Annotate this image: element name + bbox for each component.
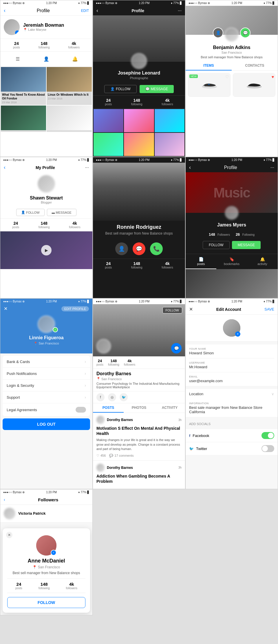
p6-follow-btn[interactable]: FOLLOW (203, 241, 230, 249)
p8-instagram-btn[interactable]: ◎ (108, 393, 116, 401)
p8-post-1-text: Making changes in your life is great and… (96, 438, 182, 451)
p1-user-icon[interactable]: 👤 (42, 55, 51, 63)
p2-photo-6[interactable] (155, 133, 184, 156)
p6-tab-posts[interactable]: 📄 posts (186, 254, 216, 269)
p2-photo-5[interactable] (124, 133, 154, 156)
p8-post-1-title: Motivation S Effect On Mental And Physic… (96, 426, 182, 436)
p9-username-value[interactable]: Mr.Howard (189, 365, 274, 372)
p2-photo-1[interactable] (94, 109, 123, 132)
modal-stat-followers: 4k followers (66, 582, 77, 590)
p9-facebook-toggle[interactable] (261, 432, 274, 439)
svg-point-4 (248, 86, 249, 86)
p6-message-btn[interactable]: MESSAGE (232, 241, 261, 249)
p1-grid-icon[interactable]: ☰ (13, 55, 22, 63)
p5-photo (93, 163, 185, 221)
p2-stat-posts: 24 posts (105, 98, 112, 106)
p8-post-1-avatar (96, 416, 105, 424)
p7-edit-btn[interactable]: EDIT PROFILE (61, 306, 89, 311)
p6-tab-activity[interactable]: 🔔 activity (247, 254, 278, 269)
p1-bell-icon[interactable]: 🔔 (71, 55, 79, 63)
p4-post-video[interactable]: ▶ (0, 231, 92, 269)
p2-name: Josephine Leonard (96, 70, 182, 76)
p2-follow-btn[interactable]: 👤 FOLLOW (104, 85, 137, 93)
p2-photo-3[interactable] (155, 109, 184, 132)
status-bar-7: ●●●○○ Bymax ⊕ 1:20 PM ♦ 77% ▊ (0, 299, 92, 304)
p6-more[interactable]: ··· (270, 165, 274, 170)
signal-8: ●●●○○ Bymax ⊕ (96, 300, 117, 303)
p7-legal-toggle[interactable] (76, 407, 86, 413)
p6-stats2: 148 Followers 26 Following (186, 230, 278, 239)
p9-email-value[interactable]: user@example.com (189, 379, 274, 386)
p8-comment-btn[interactable]: 💬 17 comments (109, 454, 133, 458)
p5-user-btn[interactable]: 👤 (115, 242, 128, 255)
p6-tab-bookmarks[interactable]: 🔖 bookmarks (216, 254, 247, 269)
p7-close-btn[interactable]: ✕ (4, 306, 8, 311)
p3-chat-icon: 💬 (240, 28, 250, 38)
p1-post-3[interactable] (1, 106, 46, 132)
p10-nav: ‹ Followers (0, 495, 92, 505)
p3-tab-contacts[interactable]: CONTACTS (232, 61, 278, 70)
p1-post-2[interactable]: Linux Or Windows Which Is It 23 Mar 2016 (47, 67, 92, 105)
p4-message-btn[interactable]: ▬ MESSAGE (47, 209, 76, 216)
p9-location-row[interactable]: Location ∨ (186, 389, 278, 399)
p2-photos-grid (93, 108, 185, 157)
p6-nav: ‹ Profile ··· (186, 163, 278, 172)
p10-back-btn[interactable]: ‹ (4, 497, 5, 502)
modal-close-btn[interactable]: ✕ (6, 532, 12, 538)
signal-7: ●●●○○ Bymax ⊕ (3, 300, 25, 303)
p4-more[interactable]: ··· (85, 165, 89, 170)
p8-tab-photos[interactable]: PHOTOS (124, 403, 154, 413)
p8-facebook-btn[interactable]: f (96, 393, 105, 401)
p2-follow-icon: 👤 (110, 87, 115, 91)
p1-edit[interactable]: EDIT (81, 9, 89, 13)
p7-menu-bank-cards[interactable]: Bank & Cards › (3, 356, 90, 368)
modal-follow-btn[interactable]: FOLLOW (7, 597, 85, 608)
p8-location: 📍 San Francisco (93, 377, 185, 381)
p3-product-like-filled[interactable]: ♥ (272, 75, 274, 79)
p7-menu-login-security[interactable]: Login & Security › (3, 380, 90, 391)
p5-message-btn[interactable]: 💬 (133, 242, 145, 255)
p6-post-thumbnail[interactable] (186, 269, 278, 298)
p9-save-btn[interactable]: SAVE (264, 307, 274, 311)
p9-add-photo-btn[interactable]: + (235, 331, 240, 337)
p4-follow-btn[interactable]: 👤 FOLLOW (16, 209, 44, 216)
p7-menu-legal[interactable]: Legal Agreements (3, 403, 90, 416)
p4-play-button[interactable]: ▶ (41, 245, 52, 255)
p9-your-name-value[interactable]: Howard Simon (189, 351, 274, 358)
p1-back[interactable]: ‹ (4, 8, 6, 14)
p3-product-like-empty[interactable]: ♡ (225, 75, 229, 79)
p8-tab-posts[interactable]: POSTS (93, 403, 124, 413)
p8-like-btn[interactable]: ♡ 456 (96, 454, 106, 458)
p7-menu-push-notifications[interactable]: Push Notifications › (3, 368, 90, 380)
p1-post-1[interactable]: What You Need To Know About Oil Fondue 2… (1, 67, 46, 105)
p8-chat-btn[interactable]: 💬 (171, 343, 182, 353)
p2-photo-4[interactable] (94, 133, 123, 156)
p2-message-btn[interactable]: 💬 MESSAGE (140, 85, 174, 93)
p3-product-1[interactable]: NEW ♡ N (188, 73, 231, 97)
p2-photo-2[interactable] (124, 109, 154, 132)
p3-tab-items[interactable]: ITEMS (186, 61, 232, 70)
p7-avatar-wrap: ✓ (0, 313, 92, 335)
p7-menu-support[interactable]: Support › (3, 391, 90, 403)
p2-more[interactable]: ··· (178, 8, 182, 13)
p8-twitter-btn[interactable]: 🐦 (120, 393, 128, 401)
p1-post-4[interactable] (47, 106, 92, 132)
p9-close-btn[interactable]: ✕ (189, 306, 193, 312)
p4-back[interactable]: ‹ (4, 164, 6, 170)
p9-twitter-toggle[interactable] (261, 445, 274, 452)
p6-back[interactable]: ‹ (189, 164, 191, 170)
p10-victoria-info: Victoria Patrick (18, 511, 89, 516)
p9-twitter-icon: 🐦 (189, 447, 194, 451)
p8-follow-btn[interactable]: FOLLOW (162, 307, 182, 313)
phone-ronnie: ●●●○○ Bymax ⊕ 1:20 PM ♦ 77% ▊ Ronnie Rod… (93, 157, 185, 298)
p2-back[interactable]: ‹ (96, 8, 98, 14)
p2-avatar-wrap (131, 53, 147, 69)
p7-bank-cards-arrow: › (85, 359, 86, 364)
p7-logout-btn[interactable]: LOG OUT (3, 418, 90, 430)
modal-bio: Best sell manager from New Balance shops (7, 571, 85, 575)
p8-tab-activity[interactable]: ACTIVITY (154, 403, 185, 413)
p3-product-2[interactable]: ♥ (233, 73, 275, 97)
p2-avatar (131, 53, 147, 69)
p5-call-btn[interactable]: 📞 (150, 242, 163, 255)
p9-info-value[interactable]: Best sale manager from New Balance Store… (189, 405, 274, 417)
